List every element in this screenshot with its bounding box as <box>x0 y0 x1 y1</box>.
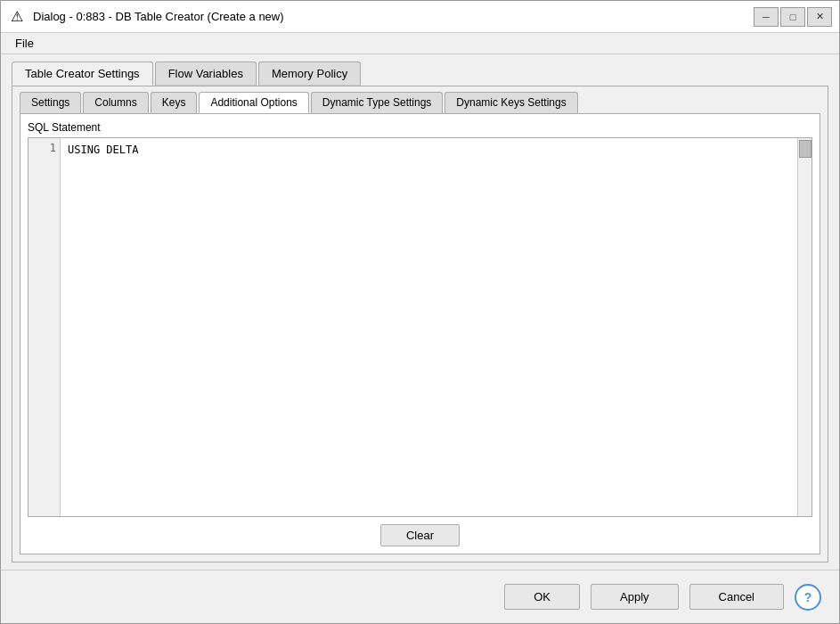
main-panel: Settings Columns Keys Additional Options… <box>12 86 828 562</box>
title-bar-left: ⚠ Dialog - 0:883 - DB Table Creator (Cre… <box>8 8 284 26</box>
content-area: Table Creator Settings Flow Variables Me… <box>1 54 839 570</box>
tab-dynamic-keys-settings[interactable]: Dynamic Keys Settings <box>444 92 577 113</box>
sql-code-area[interactable] <box>61 138 797 516</box>
tab-settings[interactable]: Settings <box>20 92 81 113</box>
tab-keys[interactable]: Keys <box>151 92 198 113</box>
window-title: Dialog - 0:883 - DB Table Creator (Creat… <box>33 10 284 23</box>
scrollbar-thumb[interactable] <box>799 140 811 158</box>
main-window: ⚠ Dialog - 0:883 - DB Table Creator (Cre… <box>0 0 840 624</box>
ok-button[interactable]: OK <box>504 584 580 610</box>
tab-dynamic-type-settings[interactable]: Dynamic Type Settings <box>311 92 444 113</box>
window-controls: ─ □ ✕ <box>754 7 832 27</box>
tab-memory-policy[interactable]: Memory Policy <box>258 62 361 86</box>
title-bar: ⚠ Dialog - 0:883 - DB Table Creator (Cre… <box>1 1 839 33</box>
sql-statement-label: SQL Statement <box>28 121 812 134</box>
tab-flow-variables[interactable]: Flow Variables <box>155 62 257 86</box>
editor-footer: Clear <box>28 524 812 546</box>
clear-button[interactable]: Clear <box>380 524 460 546</box>
bottom-bar: OK Apply Cancel ? <box>1 570 839 623</box>
line-number-1: 1 <box>32 142 56 154</box>
menu-file[interactable]: File <box>8 35 41 52</box>
maximize-button[interactable]: □ <box>780 7 805 27</box>
warning-icon: ⚠ <box>8 8 26 26</box>
help-button[interactable]: ? <box>795 584 821 611</box>
tab-table-creator-settings[interactable]: Table Creator Settings <box>12 62 153 86</box>
cancel-button[interactable]: Cancel <box>689 584 784 610</box>
inner-content: SQL Statement 1 Clear <box>20 113 820 554</box>
outer-tabs: Table Creator Settings Flow Variables Me… <box>12 62 828 86</box>
inner-tabs: Settings Columns Keys Additional Options… <box>20 92 820 113</box>
vertical-scrollbar[interactable] <box>797 138 811 516</box>
line-numbers: 1 <box>29 138 61 516</box>
sql-editor: 1 <box>28 137 812 517</box>
minimize-button[interactable]: ─ <box>754 7 779 27</box>
tab-additional-options[interactable]: Additional Options <box>199 92 308 113</box>
close-button[interactable]: ✕ <box>807 7 832 27</box>
apply-button[interactable]: Apply <box>591 584 679 610</box>
menu-bar: File <box>1 33 839 54</box>
tab-columns[interactable]: Columns <box>83 92 148 113</box>
